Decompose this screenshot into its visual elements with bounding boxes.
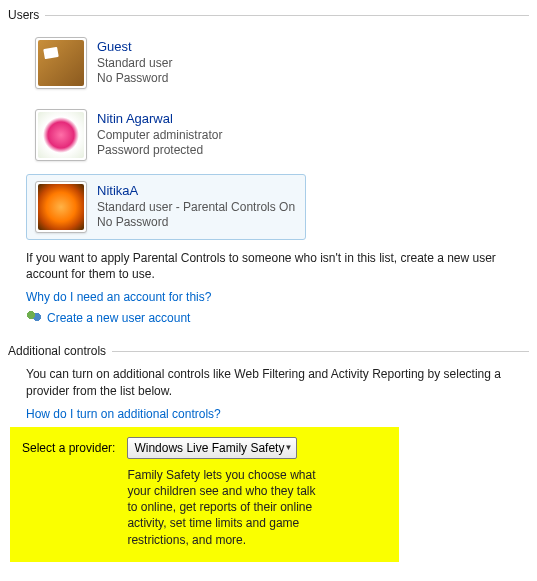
user-password-status: No Password (97, 215, 295, 231)
link-how-additional[interactable]: How do I turn on additional controls? (8, 407, 529, 421)
user-password-status: No Password (97, 71, 172, 87)
avatar (35, 109, 87, 161)
section-title: Additional controls (8, 344, 112, 358)
user-role: Computer administrator (97, 128, 222, 144)
user-info: Nitin Agarwal Computer administrator Pas… (97, 111, 222, 159)
user-name: NitikaA (97, 183, 295, 200)
section-header-additional: Additional controls (8, 344, 529, 358)
avatar (35, 181, 87, 233)
user-role: Standard user (97, 56, 172, 72)
provider-selected-value: Windows Live Family Safety (134, 441, 284, 455)
user-info: NitikaA Standard user - Parental Control… (97, 183, 295, 231)
chevron-down-icon: ▼ (284, 443, 292, 452)
section-title: Users (8, 8, 45, 22)
provider-description: Family Safety lets you choose what your … (127, 467, 327, 548)
user-card-nitin[interactable]: Nitin Agarwal Computer administrator Pas… (26, 102, 306, 168)
provider-select-wrap: Windows Live Family Safety ▼ Family Safe… (127, 437, 387, 548)
flower-icon (38, 184, 84, 230)
user-password-status: Password protected (97, 143, 222, 159)
people-icon (26, 310, 42, 326)
link-why-account[interactable]: Why do I need an account for this? (8, 290, 529, 304)
user-name: Guest (97, 39, 172, 56)
suitcase-icon (38, 40, 84, 86)
link-create-label: Create a new user account (47, 311, 190, 325)
user-card-nitika[interactable]: NitikaA Standard user - Parental Control… (26, 174, 306, 240)
user-card-guest[interactable]: Guest Standard user No Password (26, 30, 306, 96)
flower-icon (38, 112, 84, 158)
user-role: Standard user - Parental Controls On (97, 200, 295, 216)
user-name: Nitin Agarwal (97, 111, 222, 128)
users-list: Guest Standard user No Password Nitin Ag… (8, 30, 529, 240)
avatar (35, 37, 87, 89)
additional-description: You can turn on additional controls like… (8, 366, 529, 398)
user-info: Guest Standard user No Password (97, 39, 172, 87)
link-create-account[interactable]: Create a new user account (8, 310, 529, 326)
divider (112, 351, 529, 352)
users-hint: If you want to apply Parental Controls t… (8, 250, 529, 282)
section-header-users: Users (8, 8, 529, 22)
provider-dropdown[interactable]: Windows Live Family Safety ▼ (127, 437, 297, 459)
provider-label: Select a provider: (22, 437, 115, 455)
divider (45, 15, 529, 16)
provider-highlight: Select a provider: Windows Live Family S… (10, 427, 399, 562)
provider-row: Select a provider: Windows Live Family S… (22, 437, 387, 548)
